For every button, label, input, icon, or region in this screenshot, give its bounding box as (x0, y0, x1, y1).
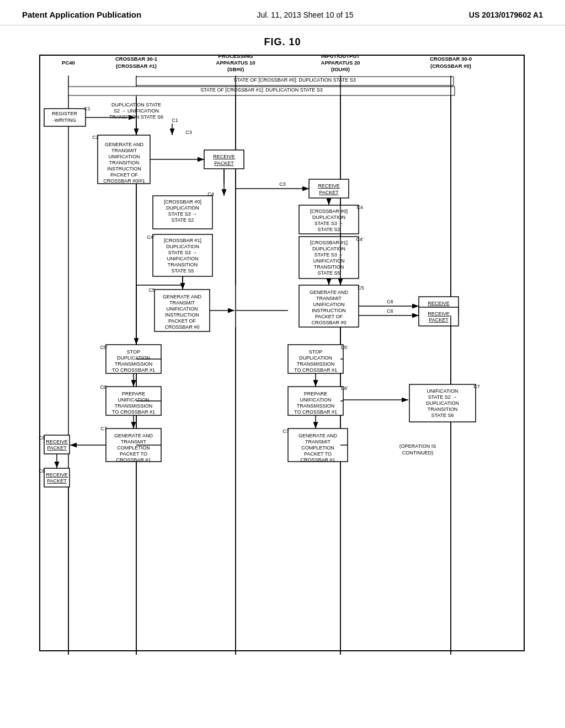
c1-label: C1 (172, 117, 178, 123)
c6-right-label: C6 (387, 299, 393, 304)
gen-trans-box2: TRANSMIT (111, 148, 137, 153)
c5-gen-box6: CROSSBAR #0 (164, 324, 199, 330)
c5-right-gen1: GENERATE AND (310, 290, 348, 295)
c8-receive2b: PACKET (47, 478, 67, 484)
cb1-dup-box4: UNIFICATION (167, 256, 199, 261)
c8-receive2: RECEIVE (46, 472, 68, 478)
operation-continued: (OPERATION IS (399, 443, 436, 449)
c5-gen-box2: TRANSMIT (169, 300, 195, 306)
c6b-receive-cb0b: PACKET (429, 317, 449, 323)
c5-right-gen4: INSTRUCTION (312, 308, 346, 313)
cb0-dup-box4: STATE S2 (171, 217, 194, 223)
cb1-dup-box5: TRANSITION (168, 262, 198, 267)
gen-trans-box3: UNIFICATION (109, 154, 140, 159)
c7-box4: PACKET TO (120, 451, 147, 457)
c6prime-box1: PREPARE (122, 391, 145, 397)
c6b-receive-cb0: RECEIVE (428, 311, 450, 317)
receive-packet1b: PACKET (214, 160, 234, 166)
c5prime-right-label: C5' (340, 345, 348, 350)
col-proc-title: PROCESSING (218, 53, 253, 59)
cb0-dup-right4: STATE S2 (317, 227, 340, 232)
register-writing-box: REGISTER (52, 111, 78, 116)
c5prime-right3: TRANSMISSION (297, 361, 335, 367)
c5prime-label: C5' (100, 345, 108, 350)
patent-number: US 2013/0179602 A1 (469, 10, 543, 19)
uni-state-right2: STATE S2 → (428, 394, 457, 400)
c5prime-box1: STOP (127, 349, 140, 355)
register-writing-box2: -WRITING (53, 117, 76, 123)
c5-label: C5 (148, 287, 155, 293)
gen-trans-box4: TRANSITION (109, 160, 140, 165)
figure-title: FIG. 10 (0, 36, 565, 48)
c3-label1: C3 (185, 130, 192, 135)
flow-diagram: PC40 CROSSBAR 30-1 (CROSSBAR #1) PROCESS… (34, 53, 531, 660)
uni-state-right4: TRANSITION (428, 406, 458, 412)
col-io-name: APPARATUS 20 (321, 60, 360, 66)
c4prime-label: C4' (147, 234, 154, 240)
uni-state-right5: STATE S6 (431, 413, 454, 418)
cb0-dup-box1: [CROSSBAR #0] (164, 199, 201, 205)
col-pc40: PC40 (62, 60, 75, 66)
c6prime-box3: TRANSMISSION (115, 403, 153, 409)
c3-label2: C3 (279, 181, 286, 187)
cb1-dup-box3: STATE S3 → (168, 250, 198, 255)
c7-right-gen4: PACKET TO (304, 451, 332, 457)
gen-trans-box5: INSTRUCTION (107, 166, 141, 172)
c4-right-label: C4 (356, 205, 363, 210)
col-proc-name: APPARATUS 10 (216, 60, 255, 66)
cb1-dup-right3: STATE S3 → (315, 252, 344, 258)
gen-trans-box1: GENERATE AND (105, 142, 143, 147)
col-io-sub: (IOU#0) (331, 66, 350, 72)
col-cb300-sub: (CROSSBAR #0) (430, 63, 471, 69)
cb1-dup-right4: UNIFICATION (313, 258, 345, 264)
receive-packet2-io2: PACKET (319, 190, 339, 195)
c7-right-gen2: TRANSMIT (305, 439, 331, 445)
gen-trans-box6: PACKET OF (110, 172, 138, 178)
cb1-dup-right5: TRANSITION (314, 264, 344, 270)
c5prime-right1: STOP (309, 349, 322, 355)
c5-right-gen6: CROSSBAR #0 (311, 320, 346, 325)
c5-right-label: C5 (358, 285, 364, 291)
c6prime-box2: UNIFICATION (118, 397, 150, 403)
sheet-info: Jul. 11, 2013 Sheet 10 of 15 (257, 10, 353, 19)
c6-receive-cb0: RECEIVE (428, 301, 450, 306)
diagram-area: FIG. 10 PC40 CROSSBAR 30-1 (CROSSBAR #1)… (0, 25, 565, 671)
c7-box5: CROSSBAR #1 (116, 457, 151, 463)
c5-right-gen3: UNIFICATION (313, 302, 345, 307)
cb1-dup-right1: [CROSSBAR #1] (310, 240, 348, 245)
c6prime-right3: TRANSMISSION (297, 403, 335, 409)
cb0-dup-box3: STATE S3 → (168, 211, 198, 217)
c6prime-box4: TO CROSSBAR #1 (112, 409, 155, 415)
c4prime-right-label: C4' (356, 237, 364, 242)
cb1-dup-box1: [CROSSBAR #1] (164, 238, 201, 243)
c7-right-gen5: CROSSBAR #1 (300, 457, 335, 463)
c5-right-gen2: TRANSMIT (316, 296, 342, 301)
cb0-dup-right1: [CROSSBAR #0] (310, 208, 348, 214)
col-io-title: INPUT/OUTPUT (321, 53, 360, 59)
c6prime-right1: PREPARE (304, 391, 327, 397)
c5prime-right2: DUPLICATION (299, 355, 332, 361)
c6prime-right-label: C6' (340, 386, 348, 391)
uni-state-right3: DUPLICATION (426, 400, 459, 406)
c7-box1: GENERATE AND (114, 433, 153, 438)
receive-packet2-io: RECEIVE (318, 183, 340, 189)
c7-box2: TRANSMIT (121, 439, 147, 445)
c2-label: C2 (92, 135, 99, 140)
cb1-dup-box2: DUPLICATION (166, 244, 199, 249)
col-proc-sub: (SB#0) (227, 66, 244, 72)
state-cb1: STATE OF [CROSSBAR #1]: DUPLICATION STAT… (200, 87, 323, 93)
uni-state-right1: UNIFICATION (427, 388, 459, 394)
c5prime-box4: TO CROSSBAR #1 (112, 367, 155, 373)
state-cb0: STATE OF [CROSSBAR #0]: DUPLICATION STAT… (233, 77, 356, 83)
c6prime-right4: TO CROSSBAR #1 (294, 409, 337, 415)
c7-right-gen1: GENERATE AND (299, 433, 337, 438)
cb1-dup-right6: STATE S5 (317, 270, 340, 276)
publication-label: Patent Application Publication (22, 10, 141, 19)
gen-trans-box7: CROSSBAR #0/#1 (103, 178, 145, 184)
c7-box3: COMPLETION (117, 445, 150, 451)
c5prime-right4: TO CROSSBAR #1 (294, 367, 337, 373)
c7-right-gen-label: C7 (282, 429, 289, 434)
c5-gen-box5: PACKET OF (168, 318, 196, 324)
c8-receive1b: PACKET (47, 445, 67, 451)
c5-gen-box1: GENERATE AND (163, 294, 201, 299)
